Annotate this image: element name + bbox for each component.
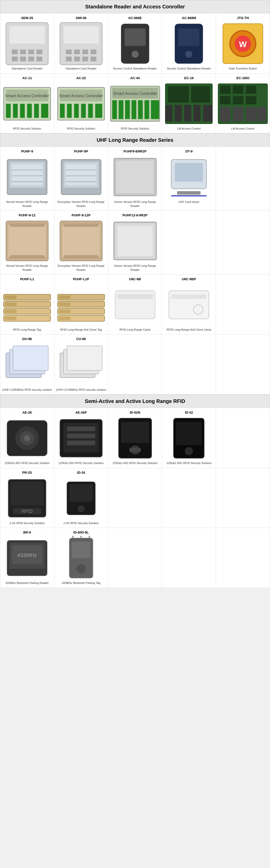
svg-rect-153 [69, 484, 93, 502]
svg-rect-149 [11, 482, 43, 505]
product-image [163, 155, 215, 200]
svg-rect-3 [20, 50, 26, 54]
product-image: 433MHz [1, 536, 53, 581]
svg-rect-11 [63, 26, 98, 43]
product-cell-AC-22[interactable]: AC-22 Smart Access Controller RFID Secur… [54, 73, 108, 133]
product-name: PUHF-9-12P [55, 213, 107, 217]
product-cell-U6C-9BP[interactable]: U6C-9BP RFID Long-Range Anti-Clone Cards [162, 274, 216, 335]
empty-cell [216, 408, 270, 468]
svg-rect-14 [82, 50, 88, 54]
product-image [163, 21, 215, 67]
product-image: Smart Access Controller [1, 82, 53, 127]
product-image [163, 82, 215, 127]
svg-rect-64 [193, 105, 201, 121]
product-desc: Lift Access Control [163, 127, 215, 131]
table-row: SEM-25 Standalone Card ReaderSMI-56 Stan… [0, 13, 270, 73]
product-desc: 433MHz Bluetooth Parking Reader [1, 581, 53, 585]
product-cell-PUHF-9P[interactable]: PUHF-9P Encryption Version RFID Long Ran… [54, 147, 108, 211]
svg-marker-98 [8, 255, 46, 259]
product-cell-PUHF-9[interactable]: PUHF-9 Nornal Version RFID Long Range Re… [0, 147, 54, 211]
svg-rect-69 [246, 86, 256, 94]
product-name: ID-24 [55, 471, 107, 474]
product-cell-AC-868E[interactable]: AC-868E Access Control Standalone Reader [108, 13, 162, 73]
empty-cell [216, 335, 270, 395]
product-image: W [217, 21, 269, 67]
product-cell-AC-868M[interactable]: AC-868M Access Control Standalone Reader [162, 13, 216, 73]
product-image: Smart Access Controller [109, 82, 161, 127]
svg-marker-102 [62, 255, 99, 259]
product-cell-PUHF9-8/9R2P[interactable]: PUHF9-8/9R2P Xclone Version RFID Long Ra… [108, 147, 162, 211]
product-cell-AC-44[interactable]: AC-44 Smart Access Controller RFID Secur… [108, 73, 162, 133]
product-cell-JTG-TH[interactable]: JTG-TH W Gate Touchless Button [216, 13, 270, 73]
product-desc: Lift Access Control [217, 127, 269, 131]
product-cell-CU-96[interactable]: CU-96 (UHF+13.56MHz) RFID security solut… [54, 335, 108, 395]
product-cell-PUHF-9-12P[interactable]: PUHF-9-12P Encryption Version RFID Long … [54, 211, 108, 275]
svg-rect-65 [203, 105, 212, 121]
svg-rect-45 [81, 103, 86, 118]
product-image [55, 21, 107, 67]
product-cell-ID-24[interactable]: ID-24 2.4G RFID Security Solution [54, 468, 108, 528]
product-cell-AE-26P[interactable]: AE-26P 125K&2.45G RFID Security Solution [54, 408, 108, 468]
product-name: SMI-56 [55, 16, 107, 20]
product-desc: Nornal Version RFID Long Range Reader [1, 264, 53, 272]
product-name: ID-52N [109, 411, 161, 414]
product-name: JTG-TH [217, 16, 269, 20]
product-name: DT-9 [163, 149, 215, 153]
product-name: ID-8/ID-8L [55, 530, 107, 534]
product-desc: (UHF+125KMHz) RFID security solution [1, 388, 53, 392]
svg-rect-2 [12, 50, 18, 54]
product-cell-SMI-56[interactable]: SMI-56 Standalone Card Reader [54, 13, 108, 73]
svg-rect-16 [66, 57, 71, 61]
svg-text:Smart Access Controller: Smart Access Controller [113, 91, 157, 96]
svg-rect-1 [9, 26, 44, 43]
product-cell-PUHF12-8-9R2P[interactable]: PUHF12-8-9R2P Xclone Version RFID Long R… [108, 211, 162, 275]
empty-cell [216, 147, 270, 211]
product-cell-PUHF-9-12[interactable]: PUHF-9-12 Nornal Version RFID Long Range… [0, 211, 54, 275]
product-cell-AC-11[interactable]: AC-11 Smart Access Controller RFID Secur… [0, 73, 54, 133]
product-cell-EC-16IO[interactable]: EC-16IO Lift Access Control [216, 73, 270, 133]
product-cell-AE-26[interactable]: AE-26 125K&2.45G RFID Security Solution [0, 408, 54, 468]
product-desc: RFID Long-Range Tag [1, 328, 53, 332]
product-name: PUHF-L1 [1, 277, 53, 281]
product-name: DU-96 [1, 337, 53, 341]
svg-rect-19 [90, 57, 96, 61]
product-cell-SEM-25[interactable]: SEM-25 Standalone Card Reader [0, 13, 54, 73]
product-cell-ID-52N[interactable]: ID-52N 125K&2.45G RFID Security Solution [108, 408, 162, 468]
svg-marker-97 [8, 223, 46, 227]
svg-rect-67 [220, 86, 231, 94]
svg-rect-56 [144, 100, 149, 119]
product-image [55, 342, 107, 388]
product-cell-PR-2S[interactable]: PR-2S RFID 2.4G RFID Security Solution [0, 468, 54, 528]
product-cell-DT-9[interactable]: DT-9 UHF Card Issuer [162, 147, 216, 211]
table-row: BR-8 433MHz 433MHz Bluetooth Parking Rea… [0, 528, 270, 588]
product-image [55, 476, 107, 521]
product-name: PUHF12-8-9R2P [109, 213, 161, 217]
product-desc: Xclone Version RFID Long Range Reader [109, 200, 161, 208]
product-cell-PUHF-L1[interactable]: PUHF-L1 RFID Long-Range Tag [0, 274, 54, 335]
product-desc: RFID Long-Range Anti-Clone Tag [55, 328, 107, 332]
product-cell-PUHF-L1P[interactable]: PUHF-L1P RFID Long-Range Anti-Clone Tag [54, 274, 108, 335]
product-cell-EC-16[interactable]: EC-16 Lift Access Control [162, 73, 216, 133]
svg-rect-74 [233, 107, 243, 121]
svg-rect-60 [191, 86, 210, 102]
svg-rect-21 [125, 29, 146, 46]
product-cell-DU-96[interactable]: DU-96 (UHF+125KMHz) RFID security soluti… [0, 335, 54, 395]
product-cell-ID-52[interactable]: ID-52 125K&2.45G RFID Security Solution [162, 408, 216, 468]
product-name: PUHF-9-12 [1, 213, 53, 217]
table-row: AC-11 Smart Access Controller RFID Secur… [0, 73, 270, 133]
product-name: AC-868E [109, 16, 161, 20]
product-cell-BR-8[interactable]: BR-8 433MHz 433MHz Bluetooth Parking Rea… [0, 528, 54, 588]
product-cell-U6C-9B[interactable]: U6C-9B RFID Long-Range Cards [108, 274, 162, 335]
section-header-uhf: UHF Long Range Reader Series [0, 133, 270, 147]
svg-rect-46 [88, 103, 93, 118]
svg-rect-37 [34, 103, 39, 118]
product-image [1, 416, 53, 461]
svg-text:W: W [239, 40, 247, 49]
product-cell-ID-8/ID-8L[interactable]: ID-8/ID-8L 433MHz Bluetooth Parking Tag [54, 528, 108, 588]
svg-point-25 [185, 51, 192, 58]
product-image [1, 219, 53, 264]
product-desc: RFID Security Solution [55, 127, 107, 131]
product-image [109, 219, 161, 264]
svg-rect-62 [175, 105, 182, 121]
product-image [1, 21, 53, 67]
